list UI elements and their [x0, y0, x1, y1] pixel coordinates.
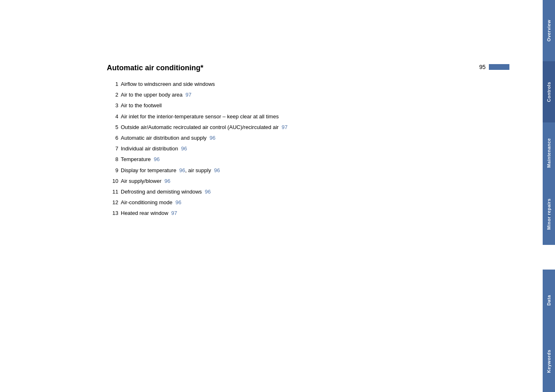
sidebar-item-data[interactable]: Data [543, 270, 555, 331]
item-number: 1 [107, 81, 118, 88]
list-item: 10 Air supply/blower 96 [107, 178, 509, 185]
page-number-bar [489, 64, 509, 70]
item-text: Airflow to windscreen and side windows [121, 81, 509, 88]
list-item: 11 Defrosting and demisting windows 96 [107, 188, 509, 196]
sidebar-tab-label: Minor repairs [544, 194, 554, 235]
sidebar-tab-label: Keywords [544, 345, 554, 378]
list-item: 3 Air to the footwell [107, 102, 509, 109]
sidebar-item-keywords[interactable]: Keywords [543, 331, 555, 392]
list-item: 7 Individual air distribution 96 [107, 145, 509, 152]
item-text: Heated rear window 97 [121, 210, 509, 217]
item-text: Air inlet for the interior-temperature s… [121, 113, 509, 120]
item-text: Automatic air distribution and supply 96 [121, 134, 509, 142]
page-container: Automatic air conditioning* 95 1 Airflow… [0, 0, 555, 392]
sidebar-tab-label: Data [544, 290, 554, 311]
sidebar-tab-label: Maintenance [544, 133, 554, 173]
items-list: 1 Airflow to windscreen and side windows… [107, 81, 509, 217]
page-ref-link[interactable]: 96 [179, 167, 185, 173]
sidebar-item-maintenance[interactable]: Maintenance [543, 122, 555, 184]
list-item: 9 Display for temperature 96, air supply… [107, 167, 509, 174]
item-number: 8 [107, 156, 118, 163]
page-number-area: 95 [479, 64, 509, 70]
right-sidebar: Overview Controls Maintenance Minor repa… [543, 0, 555, 392]
list-item: 5 Outside air/Automatic recirculated air… [107, 124, 509, 131]
sidebar-item-minor-repairs[interactable]: Minor repairs [543, 184, 555, 245]
sidebar-tab-label: Overview [544, 15, 554, 46]
page-ref-link[interactable]: 97 [171, 210, 177, 216]
main-content: Automatic air conditioning* 95 1 Airflow… [107, 64, 509, 220]
list-item: 12 Air-conditioning mode 96 [107, 199, 509, 206]
item-number: 5 [107, 124, 118, 131]
page-number-text: 95 [479, 64, 486, 70]
item-text: Outside air/Automatic recirculated air c… [121, 124, 509, 131]
sidebar-gap [543, 245, 555, 270]
item-text: Air-conditioning mode 96 [121, 199, 509, 206]
page-ref-link[interactable]: 96 [210, 135, 215, 141]
item-number: 9 [107, 167, 118, 174]
list-item: 1 Airflow to windscreen and side windows [107, 81, 509, 88]
item-number: 11 [107, 188, 118, 196]
item-text: Air to the upper body area 97 [121, 91, 509, 99]
item-number: 4 [107, 113, 118, 120]
page-ref-link[interactable]: 96 [205, 189, 211, 195]
item-number: 3 [107, 102, 118, 109]
sidebar-tab-label: Controls [544, 77, 554, 107]
list-item: 4 Air inlet for the interior-temperature… [107, 113, 509, 120]
item-number: 7 [107, 145, 118, 152]
page-ref-link[interactable]: 96 [154, 156, 159, 162]
page-header: Automatic air conditioning* 95 [107, 64, 509, 72]
list-item: 2 Air to the upper body area 97 [107, 91, 509, 99]
item-text: Air to the footwell [121, 102, 509, 109]
item-number: 6 [107, 134, 118, 142]
page-ref-link[interactable]: 97 [282, 124, 288, 130]
list-item: 13 Heated rear window 97 [107, 210, 509, 217]
list-item: 6 Automatic air distribution and supply … [107, 134, 509, 142]
page-ref-link[interactable]: 96 [214, 167, 220, 173]
item-text: Temperature 96 [121, 156, 509, 163]
list-item: 8 Temperature 96 [107, 156, 509, 163]
item-text: Air supply/blower 96 [121, 178, 509, 185]
sidebar-item-controls[interactable]: Controls [543, 61, 555, 122]
item-number: 10 [107, 178, 118, 185]
item-number: 13 [107, 210, 118, 217]
item-text: Defrosting and demisting windows 96 [121, 188, 509, 196]
sidebar-item-overview[interactable]: Overview [543, 0, 555, 61]
item-number: 2 [107, 91, 118, 99]
page-ref-link[interactable]: 96 [164, 178, 170, 184]
page-title: Automatic air conditioning* [107, 64, 203, 72]
item-text: Individual air distribution 96 [121, 145, 509, 152]
item-number: 12 [107, 199, 118, 206]
page-ref-link[interactable]: 97 [186, 92, 191, 98]
page-ref-link[interactable]: 96 [175, 199, 181, 205]
page-ref-link[interactable]: 96 [181, 145, 187, 152]
item-text: Display for temperature 96, air supply 9… [121, 167, 509, 174]
